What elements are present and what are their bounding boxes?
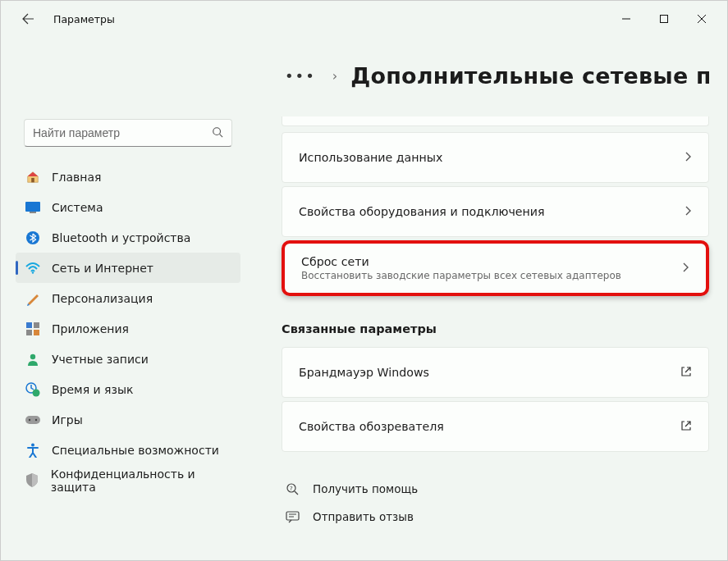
sidebar-item-network[interactable]: Сеть и Интернет: [16, 253, 240, 283]
shield-icon: [25, 473, 39, 488]
sidebar-item-label: Система: [52, 201, 103, 214]
svg-point-13: [33, 389, 40, 396]
svg-text:?: ?: [290, 486, 293, 492]
main-content: ••• › Дополнительные сетевые параметры И…: [255, 37, 727, 560]
get-help-link[interactable]: ? Получить помощь: [282, 475, 709, 503]
system-icon: [25, 200, 40, 215]
external-link-icon: [680, 366, 692, 380]
sidebar: Главная Система Bluetooth и устройства С…: [1, 37, 255, 560]
bluetooth-icon: [25, 230, 40, 245]
svg-rect-14: [25, 416, 40, 424]
search-input[interactable]: [33, 126, 212, 139]
svg-rect-4: [30, 212, 36, 213]
svg-rect-8: [34, 322, 39, 328]
card-browser-props[interactable]: Свойства обозревателя: [282, 401, 709, 452]
svg-rect-9: [26, 330, 32, 335]
card-network-reset[interactable]: Сброс сети Восстановить заводские параме…: [282, 240, 709, 296]
home-icon: [25, 170, 40, 185]
svg-point-15: [29, 418, 30, 420]
back-arrow-icon: [21, 12, 34, 25]
sidebar-item-label: Bluetooth и устройства: [52, 231, 190, 244]
person-icon: [25, 352, 40, 367]
sidebar-item-label: Учетные записи: [52, 353, 149, 366]
external-link-icon: [680, 420, 692, 434]
feedback-icon: [285, 511, 300, 523]
apps-icon: [25, 322, 40, 336]
card-data-usage[interactable]: Использование данных: [282, 132, 709, 183]
help-icon: ?: [285, 482, 300, 496]
card-subtitle: Восстановить заводские параметры всех се…: [301, 270, 681, 281]
card-hardware-props[interactable]: Свойства оборудования и подключения: [282, 186, 709, 237]
sidebar-item-system[interactable]: Система: [16, 192, 240, 222]
sidebar-item-privacy[interactable]: Конфиденциальность и защита: [16, 465, 240, 495]
svg-point-6: [32, 271, 34, 273]
sidebar-item-apps[interactable]: Приложения: [16, 313, 240, 344]
svg-point-1: [213, 127, 221, 135]
accessibility-icon: [25, 443, 40, 458]
window-controls: [607, 6, 721, 32]
maximize-icon: [660, 15, 668, 23]
close-button[interactable]: [683, 6, 721, 32]
chevron-right-icon: ›: [332, 68, 337, 84]
sidebar-item-label: Персонализация: [52, 292, 153, 305]
nav-list: Главная Система Bluetooth и устройства С…: [9, 162, 247, 495]
search-icon: [212, 126, 223, 140]
sidebar-item-label: Сеть и Интернет: [52, 262, 153, 275]
card-title: Сброс сети: [301, 255, 681, 268]
svg-rect-0: [661, 16, 668, 23]
sidebar-item-label: Игры: [52, 413, 83, 426]
footer-links: ? Получить помощь Отправить отзыв: [282, 475, 709, 531]
sidebar-item-accounts[interactable]: Учетные записи: [16, 344, 240, 374]
sidebar-item-home[interactable]: Главная: [16, 162, 240, 192]
chevron-right-icon: [684, 205, 692, 219]
svg-point-16: [35, 418, 37, 420]
sidebar-item-label: Время и язык: [52, 383, 133, 396]
svg-rect-3: [25, 202, 40, 212]
card-title: Свойства оборудования и подключения: [299, 205, 684, 218]
sidebar-item-personalization[interactable]: Персонализация: [16, 283, 240, 313]
sidebar-item-gaming[interactable]: Игры: [16, 404, 240, 435]
svg-rect-20: [286, 512, 299, 520]
svg-rect-10: [34, 330, 39, 335]
svg-point-11: [30, 353, 35, 358]
svg-rect-7: [26, 322, 32, 328]
chevron-right-icon: [681, 262, 689, 276]
sidebar-item-label: Конфиденциальность и защита: [51, 468, 231, 494]
breadcrumb: ••• › Дополнительные сетевые параметры: [282, 63, 709, 89]
sidebar-item-bluetooth[interactable]: Bluetooth и устройства: [16, 222, 240, 253]
titlebar: Параметры: [1, 1, 727, 37]
card-title: Брандмауэр Windows: [299, 366, 680, 379]
brush-icon: [25, 291, 40, 306]
gamepad-icon: [25, 413, 40, 427]
window-title: Параметры: [53, 13, 115, 25]
svg-point-17: [31, 443, 34, 446]
chevron-right-icon: [684, 151, 692, 165]
close-icon: [698, 15, 706, 23]
wifi-icon: [25, 261, 40, 276]
card-title: Свойства обозревателя: [299, 420, 680, 433]
card-windows-firewall[interactable]: Брандмауэр Windows: [282, 347, 709, 398]
sidebar-item-label: Специальные возможности: [52, 444, 219, 457]
card-title: Использование данных: [299, 151, 684, 164]
sidebar-item-label: Главная: [52, 171, 101, 184]
breadcrumb-overflow-button[interactable]: •••: [282, 67, 319, 84]
partial-card-top: [282, 116, 709, 126]
search-input-wrap[interactable]: [24, 119, 232, 147]
minimize-icon: [622, 15, 630, 23]
page-title: Дополнительные сетевые параметры: [350, 63, 709, 89]
minimize-button[interactable]: [607, 6, 645, 32]
maximize-button[interactable]: [645, 6, 683, 32]
sidebar-item-time[interactable]: Время и язык: [16, 374, 240, 404]
clock-globe-icon: [25, 382, 40, 397]
sidebar-item-accessibility[interactable]: Специальные возможности: [16, 435, 240, 465]
back-button[interactable]: [16, 7, 40, 31]
send-feedback-link[interactable]: Отправить отзыв: [282, 503, 709, 531]
footer-link-label: Отправить отзыв: [313, 510, 414, 523]
sidebar-item-label: Приложения: [52, 322, 129, 335]
svg-rect-2: [31, 177, 34, 181]
section-heading-related: Связанные параметры: [282, 322, 709, 335]
footer-link-label: Получить помощь: [313, 482, 418, 495]
